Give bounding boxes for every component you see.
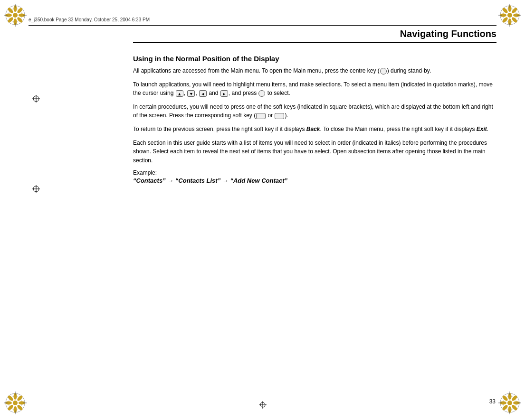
- page-title: Navigating Functions: [133, 28, 496, 43]
- svg-point-10: [7, 7, 14, 14]
- svg-point-58: [502, 395, 509, 402]
- corner-decoration-bl: [4, 392, 27, 416]
- svg-point-40: [7, 404, 14, 411]
- right-arrow-icon: ►: [220, 90, 228, 97]
- svg-point-54: [511, 404, 518, 411]
- svg-point-59: [507, 401, 512, 405]
- svg-point-27: [507, 13, 512, 18]
- corner-decoration-tl: [4, 4, 27, 28]
- bottom-center-mark: [259, 401, 267, 411]
- up-arrow-icon: ▲: [176, 90, 183, 97]
- svg-point-20: [511, 7, 518, 14]
- paragraph-5: Each section in this user guide starts w…: [133, 139, 496, 165]
- svg-point-36: [16, 395, 23, 402]
- right-softkey-icon: [275, 113, 284, 119]
- svg-point-4: [16, 7, 23, 14]
- left-arrow-icon: ◄: [199, 90, 207, 97]
- page-number: 33: [489, 398, 496, 405]
- paragraph-1: All applications are accessed from the M…: [133, 66, 496, 75]
- example-path: “Contacts” → “Contacts List” → “Add New …: [133, 177, 496, 184]
- section-heading: Using in the Normal Position of the Disp…: [133, 55, 496, 63]
- paragraph-2: To launch applications, you will need to…: [133, 80, 496, 98]
- svg-point-43: [13, 401, 18, 405]
- svg-point-26: [502, 7, 509, 14]
- centre-key-icon-1: [380, 68, 387, 75]
- example-label: Example:: [133, 169, 496, 176]
- centre-key-icon-2: [258, 90, 265, 97]
- svg-point-38: [16, 404, 23, 411]
- left-margin-mark-1: [32, 95, 40, 104]
- down-arrow-icon: ▼: [187, 90, 195, 97]
- svg-point-24: [502, 16, 509, 23]
- header-bar: e_j350.book Page 33 Monday, October 25, …: [29, 14, 496, 26]
- svg-point-22: [511, 16, 518, 23]
- svg-point-56: [502, 404, 509, 411]
- paragraph-3: In certain procedures, you will need to …: [133, 103, 496, 120]
- header-text: e_j350.book Page 33 Monday, October 25, …: [29, 17, 150, 22]
- corner-decoration-tr: [498, 4, 521, 28]
- corner-decoration-br: [498, 392, 521, 416]
- svg-point-42: [7, 395, 14, 402]
- svg-point-11: [13, 13, 18, 18]
- paragraph-4: To return to the previous screen, press …: [133, 125, 496, 134]
- main-content: Navigating Functions Using in the Normal…: [133, 28, 496, 392]
- left-softkey-icon: [256, 113, 266, 119]
- svg-point-52: [511, 395, 518, 402]
- svg-point-8: [7, 16, 14, 23]
- svg-point-6: [16, 16, 23, 23]
- left-margin-mark-2: [32, 185, 40, 195]
